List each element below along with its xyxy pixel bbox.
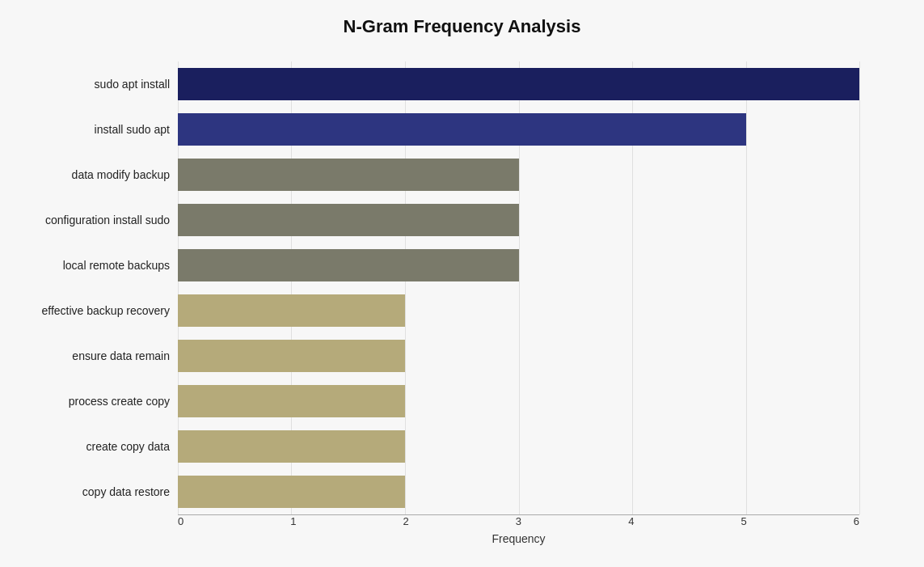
chart-container: N-Gram Frequency Analysis sudo apt insta… (0, 0, 924, 567)
x-tick: 2 (403, 515, 409, 527)
bar-track (178, 249, 859, 281)
bar-track (178, 385, 859, 417)
bar-row: data modify backup (178, 152, 859, 197)
grid-line (859, 61, 860, 514)
x-tick: 0 (178, 515, 184, 527)
bar-label: create copy data (28, 440, 170, 453)
bar-fill (178, 204, 519, 236)
x-tick: 4 (628, 515, 634, 527)
bar-fill (178, 159, 519, 191)
bar-label: sudo apt install (28, 78, 170, 91)
x-tick: 3 (516, 515, 521, 527)
bar-row: create copy data (178, 424, 859, 469)
bar-track (178, 294, 859, 327)
bar-row: copy data restore (178, 469, 859, 514)
bar-fill (178, 385, 405, 417)
bar-track (178, 113, 859, 146)
bar-label: install sudo apt (28, 123, 170, 136)
bar-track (178, 68, 859, 100)
bar-label: local remote backups (28, 259, 170, 272)
bar-fill (178, 430, 405, 463)
bar-fill (178, 113, 746, 146)
x-axis-label: Frequency (178, 532, 859, 545)
bar-track (178, 340, 859, 372)
bar-row: install sudo apt (178, 107, 859, 152)
bar-label: data modify backup (28, 168, 170, 181)
bar-track (178, 476, 859, 508)
bar-label: copy data restore (28, 485, 170, 498)
bar-label: process create copy (28, 395, 170, 408)
bar-label: ensure data remain (28, 349, 170, 362)
bars-container: sudo apt installinstall sudo aptdata mod… (178, 61, 859, 514)
bar-track (178, 159, 859, 191)
chart-title: N-Gram Frequency Analysis (32, 16, 892, 37)
bar-fill (178, 249, 519, 281)
x-tick: 1 (290, 515, 296, 527)
bar-row: sudo apt install (178, 61, 859, 107)
bar-row: configuration install sudo (178, 197, 859, 243)
bar-track (178, 204, 859, 236)
bar-row: effective backup recovery (178, 288, 859, 333)
bar-row: local remote backups (178, 243, 859, 288)
bar-row: ensure data remain (178, 333, 859, 379)
bar-label: configuration install sudo (28, 214, 170, 226)
bar-track (178, 430, 859, 463)
bar-label: effective backup recovery (28, 304, 170, 317)
x-tick: 6 (854, 515, 859, 527)
x-axis-ticks: 0123456 (178, 515, 859, 527)
bar-fill (178, 68, 859, 100)
bar-fill (178, 294, 405, 327)
bar-fill (178, 340, 405, 372)
bar-fill (178, 476, 405, 508)
bar-row: process create copy (178, 379, 859, 424)
x-tick: 5 (740, 515, 746, 527)
